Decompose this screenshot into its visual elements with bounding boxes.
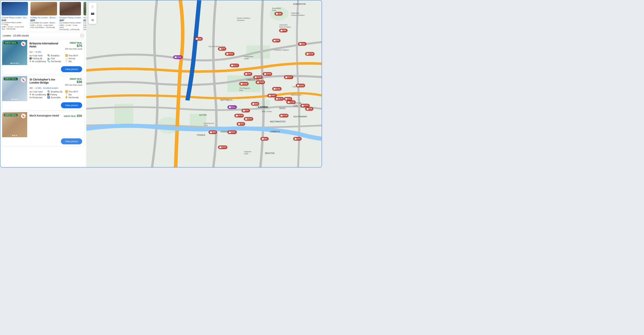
price-pin-22[interactable]: $181 (300, 104, 310, 107)
image-dot (10, 63, 12, 64)
view-prices-button-merit[interactable]: View prices (61, 138, 82, 144)
map-background: EDMONTONBroomfield ParkTottenham Hotspur… (86, 1, 322, 167)
price-pin-21[interactable]: $50 (251, 102, 259, 106)
hotel-card-thumb-crowne[interactable]: Crowne Plaza London - Kin... $192 Crowne… (0, 1, 29, 32)
hotel-review-count-stchris[interactable]: (2.6K) (36, 87, 41, 89)
price-pin-26[interactable]: $125 (244, 117, 253, 121)
hotel-item-footer-merit: View prices (2, 137, 84, 146)
hotel-item-content-britannia: Britannia International Hotel GREAT DEAL… (27, 40, 84, 65)
price-pin-5[interactable]: $101 (225, 52, 234, 56)
map-panel[interactable]: EDMONTONBroomfield ParkTottenham Hotspur… (86, 1, 322, 167)
hotel-stars-stchris: ★ (33, 87, 35, 89)
price-pin-14[interactable]: $137 (284, 76, 293, 79)
hotel-list-item-stchris[interactable]: GREAT DEAL 🔖 St Christopher's Inn London… (2, 76, 85, 110)
hotel-item-price-block-merit: GREAT DEAL $96 (64, 114, 82, 118)
amenity-label: Breakfast ($) (51, 91, 62, 93)
image-dots-britannia (10, 63, 19, 64)
hotel-item-image-stchris: GREAT DEAL 🔖 (2, 76, 27, 101)
hotel-item-footer-stchris: View prices (2, 101, 84, 110)
hotel-thumb-meta-kimpton: 4.6/5 ★ (1.9K) · 5-star hotel (60, 24, 81, 28)
price-pin-30[interactable]: $101 (228, 130, 237, 134)
hotel-thumb-name-kimpton: Kimpton Fitzroy London (60, 17, 81, 19)
hotel-item-image-britannia: GREAT DEAL 🔖 (2, 40, 27, 65)
amenity-icon: 👶 (65, 96, 68, 99)
amenity-icon: ❄ (30, 93, 31, 96)
price-pin-18[interactable]: $670 (274, 97, 284, 101)
hotel-card-thumb-kimpton[interactable]: Kimpton Fitzroy London $367 Kimpton Fitz… (58, 1, 82, 32)
price-pin-29[interactable]: $69 (209, 130, 217, 134)
price-pin-1[interactable]: $66 (194, 37, 203, 41)
price-pin-12[interactable]: $209 (239, 82, 248, 86)
hotel-card-thumb-holiday1[interactable]: Holiday Inn London - Bloom... $205 Holid… (29, 1, 58, 32)
hotel-item-name-britannia: Britannia International Hotel (30, 42, 64, 48)
hotel-list-item-britannia[interactable]: GREAT DEAL 🔖 Britannia International Hot… (2, 40, 85, 74)
price-pin-32[interactable]: $76 (293, 137, 302, 141)
results-title: London · 15,000 results (3, 34, 29, 37)
deal-label-merit: GREAT DEAL $96 (64, 114, 82, 118)
price-pin-19[interactable]: $15 (284, 97, 292, 101)
hotel-review-count-britannia[interactable]: (5.5K) (36, 51, 41, 53)
hotel-item-name-stchris: St Christopher's Inn London Bridge (30, 78, 65, 84)
hotel-item-image-merit: GREAT DEAL 🔖 (2, 112, 27, 137)
price-pin-6[interactable]: $158 (305, 52, 314, 56)
image-dot (15, 99, 16, 100)
save-button-merit[interactable]: 🔖 (21, 114, 26, 118)
price-pin-3[interactable]: $95 (272, 39, 280, 42)
price-pin-2[interactable]: $95 (279, 29, 288, 32)
map-tool-btn-2[interactable]: 🛍 (90, 17, 96, 23)
price-pin-17[interactable]: $367 (268, 94, 277, 97)
hotel-thumb-image-holiday2 (84, 2, 86, 16)
price-pin-16[interactable]: $308 (296, 84, 305, 87)
amenity-item: 🛏 4-star hotel (30, 54, 46, 57)
hotel-item-content-merit: Merit Kensington Hotel GREAT DEAL $96 (27, 112, 84, 137)
amenity-label: Accessible (51, 96, 60, 99)
price-pin-8[interactable]: $91 (298, 42, 306, 46)
price-pin-11[interactable]: $248 (263, 72, 272, 76)
price-pin-33[interactable]: $133 (218, 146, 227, 149)
badge-name-kimpton: Kimpton Fitzroy London (62, 22, 81, 24)
map-tool-btn-0[interactable]: 🍴 (90, 4, 96, 10)
image-dot (14, 63, 15, 64)
hotel-card-thumb-holiday2[interactable]: Holiday Inn London - $215 Holiday Inn Lo… (82, 1, 86, 32)
amenity-icon: 🛏 (30, 91, 32, 93)
amenity-icon: 🅿 (47, 93, 49, 96)
price-pin-25[interactable]: $139 (234, 114, 244, 117)
results-header: London · 15,000 results i (0, 32, 86, 38)
image-dot (17, 99, 18, 100)
amenity-icon: 📶 (65, 90, 68, 93)
price-pin-0[interactable]: $96 (274, 12, 283, 16)
amenity-item: 🛁 Hot tub (65, 57, 82, 60)
price-pin-15[interactable]: $192 (272, 87, 282, 91)
price-pin-35[interactable]: $15x (228, 105, 237, 109)
price-pin-10[interactable]: $239 (253, 76, 262, 79)
price-pin-4[interactable]: $72 (218, 47, 226, 51)
amenity-label: Parking ($) (32, 57, 42, 60)
view-prices-button-britannia[interactable]: View prices (61, 66, 82, 72)
info-icon[interactable]: i (80, 34, 84, 37)
amenity-label: Hot tub (69, 57, 75, 60)
price-pin-34[interactable]: $162 (173, 55, 182, 59)
price-pin-7[interactable]: $117 (230, 64, 239, 67)
amenity-icon: ♿ (47, 96, 50, 99)
price-pin-28[interactable]: $53 (237, 122, 245, 126)
amenity-label: Restaurant (32, 96, 42, 99)
amenity-label: Kid-friendly (69, 96, 79, 99)
price-pin-13[interactable]: $129 (256, 81, 265, 84)
hotel-item-name-merit: Merit Kensington Hotel (30, 114, 59, 117)
amenity-icon: 🐾 (47, 60, 50, 63)
price-pin-20[interactable]: $139 (286, 100, 296, 104)
price-pin-27[interactable]: $139 (279, 114, 288, 117)
amenity-label: 1-star hotel (32, 91, 42, 93)
view-prices-button-stchris[interactable]: View prices (61, 102, 82, 108)
price-pin-23[interactable]: $38 (305, 107, 314, 111)
price-pin-24[interactable]: $31 (242, 109, 250, 112)
price-pin-31[interactable]: $81 (260, 137, 269, 141)
save-button-britannia[interactable]: 🔖 (21, 42, 26, 46)
hotel-thumb-amenities-kimpton: Pet-friendly · Kid-friendly (60, 28, 81, 31)
save-button-stchris[interactable]: 🔖 (21, 78, 26, 82)
hotel-list-item-merit[interactable]: GREAT DEAL 🔖 Merit Kensington Hotel GREA… (2, 112, 85, 146)
amenity-label: Bar (69, 60, 72, 63)
map-tool-btn-1[interactable]: 📷 (90, 11, 96, 16)
price-pin-9[interactable]: $45 (244, 72, 252, 76)
image-dot (16, 63, 17, 64)
